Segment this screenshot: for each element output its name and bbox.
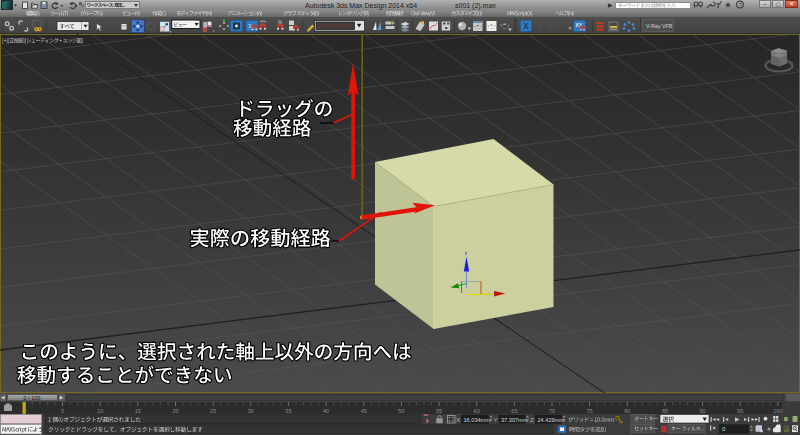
svg-text:75: 75 xyxy=(586,408,592,414)
svg-text:45: 45 xyxy=(361,408,367,414)
svg-text:V-Ray VFB: V-Ray VFB xyxy=(646,23,673,29)
svg-text:37.307mm: 37.307mm xyxy=(501,417,528,423)
svg-text:65: 65 xyxy=(511,408,517,414)
svg-text:10: 10 xyxy=(97,408,103,414)
svg-text:85: 85 xyxy=(662,408,668,414)
svg-text:X: X xyxy=(523,21,529,31)
svg-text:Y:: Y: xyxy=(494,417,500,423)
svg-text:%: % xyxy=(278,20,282,25)
svg-text:90: 90 xyxy=(699,408,705,414)
svg-text:70: 70 xyxy=(549,408,555,414)
svg-text:24.429mm: 24.429mm xyxy=(538,417,565,423)
svg-text:Y: Y xyxy=(537,21,543,31)
svg-text:Z:: Z: xyxy=(530,417,536,423)
svg-text:55: 55 xyxy=(436,408,442,414)
svg-text:80: 80 xyxy=(624,408,630,414)
svg-text:60: 60 xyxy=(474,408,480,414)
svg-text:15: 15 xyxy=(135,408,141,414)
svg-text:30: 30 xyxy=(248,408,254,414)
svg-text:Z: Z xyxy=(549,21,554,31)
svg-text:40: 40 xyxy=(323,408,329,414)
svg-text:20: 20 xyxy=(172,408,178,414)
svg-text:95: 95 xyxy=(737,408,743,414)
svg-text:25: 25 xyxy=(210,408,216,414)
svg-text:35: 35 xyxy=(285,408,291,414)
svg-text:X:: X: xyxy=(456,417,462,423)
svg-text:100: 100 xyxy=(773,408,782,414)
svg-text:16.034mm: 16.034mm xyxy=(464,417,491,423)
svg-text:50: 50 xyxy=(398,408,404,414)
svg-text:5: 5 xyxy=(61,408,64,414)
